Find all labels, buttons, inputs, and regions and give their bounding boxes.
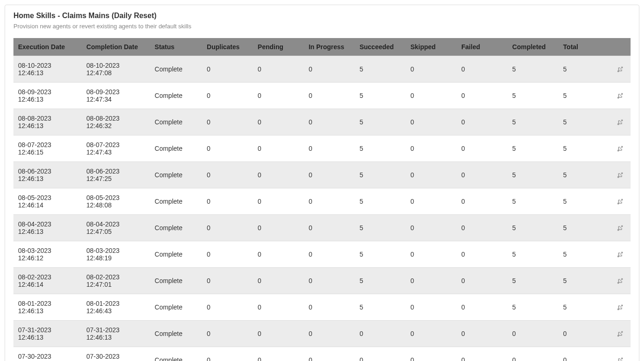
cell-pending: 0: [253, 56, 304, 83]
cell-total: 5: [559, 241, 610, 268]
cell-total: 5: [559, 162, 610, 188]
cell-execution-date: 07-30-2023 12:46:13: [13, 347, 82, 361]
cell-completed: 5: [508, 162, 559, 188]
cell-skipped: 0: [406, 162, 457, 188]
open-external-icon[interactable]: [614, 146, 626, 152]
open-external-icon[interactable]: [614, 119, 626, 125]
col-header-pending[interactable]: Pending: [253, 38, 304, 56]
open-external-icon[interactable]: [614, 172, 626, 178]
col-header-completed[interactable]: Completed: [508, 38, 559, 56]
cell-completed: 0: [508, 347, 559, 361]
col-header-completion-date[interactable]: Completion Date: [82, 38, 150, 56]
page-subtitle: Provision new agents or revert existing …: [13, 23, 631, 30]
cell-succeeded: 5: [355, 162, 406, 188]
col-header-status[interactable]: Status: [150, 38, 202, 56]
cell-succeeded: 5: [355, 294, 406, 321]
cell-total: 5: [559, 294, 610, 321]
cell-action: [609, 135, 631, 162]
cell-succeeded: 5: [355, 83, 406, 109]
cell-pending: 0: [253, 347, 304, 361]
cell-total: 5: [559, 56, 610, 83]
cell-execution-date: 08-07-2023 12:46:15: [13, 135, 82, 162]
cell-succeeded: 5: [355, 188, 406, 215]
cell-duplicates: 0: [202, 135, 253, 162]
cell-completed: 5: [508, 56, 559, 83]
cell-duplicates: 0: [202, 347, 253, 361]
open-external-icon[interactable]: [614, 304, 626, 310]
cell-completed: 5: [508, 188, 559, 215]
cell-in-progress: 0: [304, 162, 355, 188]
cell-succeeded: 5: [355, 109, 406, 135]
col-header-actions: [609, 38, 631, 56]
open-external-icon[interactable]: [614, 357, 626, 361]
cell-duplicates: 0: [202, 162, 253, 188]
open-external-icon[interactable]: [614, 66, 626, 72]
cell-execution-date: 08-05-2023 12:46:14: [13, 188, 82, 215]
cell-succeeded: 0: [355, 321, 406, 347]
cell-in-progress: 0: [304, 347, 355, 361]
cell-completion-date: 08-02-2023 12:47:01: [82, 268, 150, 294]
open-external-icon[interactable]: [614, 251, 626, 258]
cell-action: [609, 215, 631, 241]
main-panel: Home Skills - Claims Mains (Daily Reset)…: [5, 5, 639, 361]
col-header-duplicates[interactable]: Duplicates: [202, 38, 253, 56]
cell-duplicates: 0: [202, 83, 253, 109]
cell-skipped: 0: [406, 83, 457, 109]
cell-in-progress: 0: [304, 83, 355, 109]
cell-in-progress: 0: [304, 241, 355, 268]
cell-status: Complete: [150, 215, 202, 241]
page-title: Home Skills - Claims Mains (Daily Reset): [13, 12, 631, 20]
cell-status: Complete: [150, 294, 202, 321]
cell-status: Complete: [150, 347, 202, 361]
cell-in-progress: 0: [304, 56, 355, 83]
cell-status: Complete: [150, 56, 202, 83]
cell-completed: 5: [508, 83, 559, 109]
cell-completion-date: 08-10-2023 12:47:08: [82, 56, 150, 83]
cell-completion-date: 08-08-2023 12:46:32: [82, 109, 150, 135]
cell-execution-date: 08-06-2023 12:46:13: [13, 162, 82, 188]
cell-execution-date: 08-10-2023 12:46:13: [13, 56, 82, 83]
cell-pending: 0: [253, 215, 304, 241]
cell-duplicates: 0: [202, 241, 253, 268]
cell-action: [609, 294, 631, 321]
table-row: 08-07-2023 12:46:1508-07-2023 12:47:43Co…: [13, 135, 631, 162]
cell-status: Complete: [150, 268, 202, 294]
cell-execution-date: 08-04-2023 12:46:13: [13, 215, 82, 241]
open-external-icon[interactable]: [614, 278, 626, 284]
open-external-icon[interactable]: [614, 199, 626, 205]
cell-pending: 0: [253, 162, 304, 188]
open-external-icon[interactable]: [614, 225, 626, 231]
cell-status: Complete: [150, 109, 202, 135]
cell-skipped: 0: [406, 215, 457, 241]
cell-completed: 0: [508, 321, 559, 347]
cell-failed: 0: [457, 188, 508, 215]
col-header-failed[interactable]: Failed: [457, 38, 508, 56]
cell-action: [609, 268, 631, 294]
cell-in-progress: 0: [304, 188, 355, 215]
cell-execution-date: 08-03-2023 12:46:12: [13, 241, 82, 268]
cell-skipped: 0: [406, 241, 457, 268]
col-header-skipped[interactable]: Skipped: [406, 38, 457, 56]
col-header-succeeded[interactable]: Succeeded: [355, 38, 406, 56]
col-header-in-progress[interactable]: In Progress: [304, 38, 355, 56]
cell-total: 5: [559, 215, 610, 241]
col-header-total[interactable]: Total: [559, 38, 610, 56]
cell-succeeded: 5: [355, 268, 406, 294]
cell-skipped: 0: [406, 56, 457, 83]
cell-total: 5: [559, 83, 610, 109]
cell-status: Complete: [150, 188, 202, 215]
cell-failed: 0: [457, 215, 508, 241]
cell-action: [609, 162, 631, 188]
cell-action: [609, 188, 631, 215]
cell-duplicates: 0: [202, 294, 253, 321]
cell-pending: 0: [253, 109, 304, 135]
cell-duplicates: 0: [202, 56, 253, 83]
open-external-icon[interactable]: [614, 93, 626, 99]
cell-total: 0: [559, 321, 610, 347]
cell-failed: 0: [457, 56, 508, 83]
col-header-execution-date[interactable]: Execution Date: [13, 38, 82, 56]
open-external-icon[interactable]: [614, 331, 626, 337]
cell-skipped: 0: [406, 135, 457, 162]
cell-execution-date: 08-09-2023 12:46:13: [13, 83, 82, 109]
cell-pending: 0: [253, 241, 304, 268]
